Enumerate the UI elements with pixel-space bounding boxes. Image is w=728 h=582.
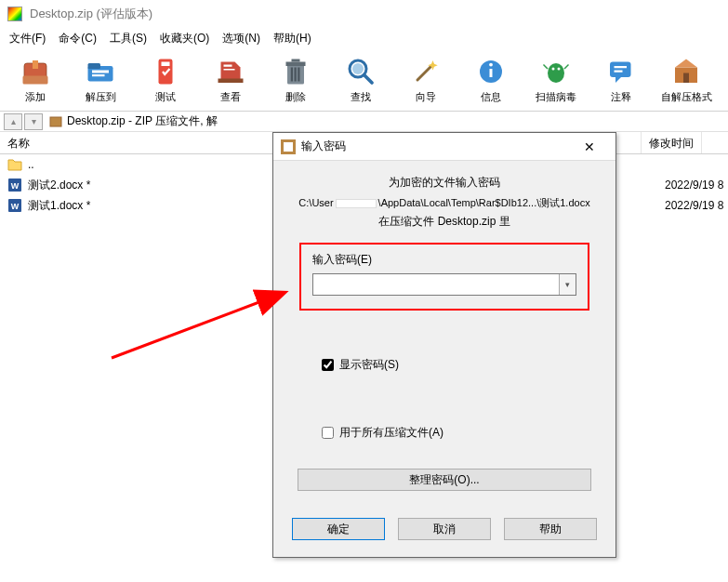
svg-point-27: [558, 68, 561, 71]
sfx-button[interactable]: 自解压格式: [656, 51, 716, 109]
svg-rect-9: [218, 79, 244, 84]
wizard-button[interactable]: 向导: [396, 51, 456, 109]
menu-tools[interactable]: 工具(S): [104, 29, 152, 48]
extract-button[interactable]: 解压到: [71, 51, 130, 109]
sub-prompt: 在压缩文件 Desktop.zip 里: [378, 214, 510, 230]
file-time: 2022/9/19 8: [665, 179, 723, 192]
find-button[interactable]: 查找: [331, 51, 390, 109]
dialog-title: 输入密码: [301, 139, 571, 154]
svg-rect-11: [224, 69, 235, 71]
showpwd-label: 显示密码(S): [339, 357, 399, 373]
svg-rect-8: [162, 62, 170, 67]
allarchives-label: 用于所有压缩文件(A): [339, 425, 443, 441]
winrar-icon: [281, 139, 296, 154]
svg-rect-32: [615, 71, 623, 73]
menu-file[interactable]: 文件(F): [4, 29, 51, 48]
svg-rect-1: [23, 76, 48, 85]
archive-icon: [48, 114, 63, 129]
comment-button[interactable]: 注释: [591, 51, 651, 109]
file-name: 测试2.docx *: [28, 178, 90, 193]
svg-rect-14: [292, 60, 300, 62]
organize-button[interactable]: 整理密码(O)...: [298, 469, 591, 491]
svg-point-25: [548, 63, 564, 83]
scan-button[interactable]: 扫描病毒: [526, 51, 586, 109]
menu-help[interactable]: 帮助(H): [268, 29, 317, 48]
nav-button[interactable]: ▴: [4, 113, 22, 130]
menubar: 文件(F) 命令(C) 工具(S) 收藏夹(O) 选项(N) 帮助(H): [0, 28, 728, 48]
nav-button-2[interactable]: ▾: [24, 113, 43, 130]
svg-rect-10: [224, 65, 232, 67]
svg-rect-2: [33, 60, 38, 69]
file-time: 2022/9/19 8: [665, 199, 723, 212]
showpwd-checkbox[interactable]: [322, 359, 334, 371]
password-input-wrap: ▾: [312, 273, 576, 296]
add-button[interactable]: 添加: [6, 51, 65, 109]
svg-rect-31: [615, 66, 628, 68]
svg-rect-23: [490, 69, 493, 77]
svg-rect-4: [88, 63, 101, 69]
svg-line-42: [112, 293, 284, 358]
password-input[interactable]: [313, 274, 559, 295]
svg-rect-30: [610, 62, 631, 78]
allarchives-checkbox[interactable]: [322, 427, 334, 439]
close-button[interactable]: ✕: [571, 134, 608, 160]
file-name: 测试1.docx *: [28, 198, 90, 214]
info-button[interactable]: 信息: [461, 51, 521, 109]
menu-opts[interactable]: 选项(N): [217, 29, 266, 48]
svg-point-24: [489, 63, 493, 67]
svg-rect-13: [286, 62, 306, 67]
svg-line-21: [417, 65, 433, 81]
svg-rect-34: [683, 73, 689, 84]
row-up-name: ..: [28, 158, 34, 171]
svg-line-28: [544, 65, 549, 70]
password-group-highlight: 输入密码(E) ▾: [299, 243, 589, 311]
svg-text:W: W: [11, 202, 20, 211]
address-bar: ▴ ▾ Desktop.zip - ZIP 压缩文件, 解: [0, 112, 728, 132]
help-button[interactable]: 帮助: [504, 518, 597, 540]
svg-rect-15: [291, 68, 293, 82]
winrar-icon: [7, 7, 22, 21]
svg-text:W: W: [11, 181, 20, 191]
dialog-titlebar: 输入密码 ✕: [273, 133, 615, 161]
address-path[interactable]: Desktop.zip - ZIP 压缩文件, 解: [67, 113, 218, 129]
password-dialog: 输入密码 ✕ 为加密的文件输入密码 C:\User\AppData\Local\…: [272, 132, 616, 558]
svg-rect-41: [284, 142, 293, 152]
svg-rect-6: [92, 74, 105, 76]
svg-line-20: [364, 75, 372, 83]
word-icon: W: [7, 198, 22, 213]
test-button[interactable]: 测试: [136, 51, 195, 109]
titlebar: Desktop.zip (评估版本): [0, 0, 728, 28]
svg-line-29: [564, 65, 569, 70]
folder-icon: [7, 157, 22, 172]
svg-rect-5: [92, 71, 109, 73]
delete-button[interactable]: 删除: [266, 51, 325, 109]
svg-rect-16: [295, 68, 297, 82]
window-title: Desktop.zip (评估版本): [30, 6, 152, 22]
prompt-text: 为加密的文件输入密码: [389, 174, 500, 191]
ok-button[interactable]: 确定: [292, 518, 385, 540]
svg-point-26: [552, 68, 555, 71]
view-button[interactable]: 查看: [201, 51, 260, 109]
toolbar: 添加 解压到 测试 查看 删除 查找 向导 信息 扫描病毒 注释 自解压格式: [0, 48, 728, 112]
menu-fav[interactable]: 收藏夹(O): [154, 29, 215, 48]
svg-rect-17: [298, 68, 299, 82]
password-dropdown[interactable]: ▾: [559, 274, 576, 295]
menu-cmd[interactable]: 命令(C): [53, 29, 102, 48]
col-modified[interactable]: 修改时间: [642, 132, 702, 153]
file-path: C:\User\AppData\Local\Temp\Rar$DIb12...\…: [298, 196, 589, 210]
svg-rect-35: [50, 117, 61, 126]
word-icon: W: [7, 178, 22, 192]
password-label: 输入密码(E): [312, 252, 576, 268]
cancel-button[interactable]: 取消: [398, 518, 491, 540]
svg-point-19: [352, 63, 364, 74]
